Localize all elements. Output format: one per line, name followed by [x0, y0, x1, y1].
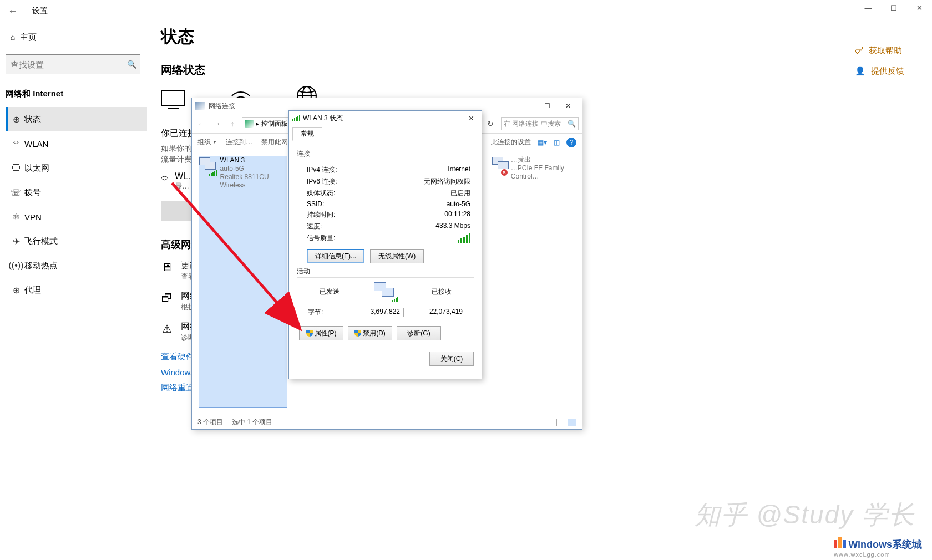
kv-key: SSID:: [307, 200, 324, 208]
dialog-title: WLAN 3 状态: [303, 114, 343, 123]
help-icon[interactable]: ?: [566, 138, 576, 147]
search-icon: 🔍: [123, 60, 140, 69]
home-link[interactable]: ⌂ 主页: [6, 28, 147, 47]
troubleshoot-icon: ⚠: [161, 321, 173, 335]
properties-button[interactable]: 属性(P): [299, 326, 343, 340]
signal-icon: [292, 115, 300, 121]
close-button[interactable]: 关闭(C): [429, 352, 474, 366]
nav-back-icon[interactable]: ←: [195, 119, 207, 128]
close-button[interactable]: ✕: [558, 102, 579, 110]
nav-up-icon[interactable]: ↑: [226, 119, 239, 128]
item-count: 3 个项目: [197, 418, 223, 427]
network-adapter-item[interactable]: ✕ …拔出 …PCIe FE Family Control…: [492, 156, 575, 408]
network-status-heading: 网络状态: [161, 63, 921, 78]
page-title: 状态: [161, 26, 921, 48]
sharing-icon: 🗗: [161, 291, 173, 304]
adapter-icon: 🖥: [161, 260, 173, 274]
airplane-icon: ✈: [8, 236, 24, 247]
kv-value: 00:11:28: [444, 210, 470, 220]
activity-icon: [374, 282, 397, 301]
group-activity: 活动: [297, 267, 474, 276]
sidebar-item-status[interactable]: ⊕ 状态: [6, 107, 147, 131]
dialup-icon: ☏: [8, 187, 24, 198]
view-tiles-icon[interactable]: [568, 419, 576, 426]
view-menu-icon[interactable]: ▦▾: [538, 139, 547, 146]
details-button[interactable]: 详细信息(E)...: [307, 249, 364, 263]
sidebar-item-ethernet[interactable]: 🖵 以太网: [6, 156, 147, 180]
window-icon: [195, 102, 205, 110]
adapter-ssid: auto-5G: [220, 165, 287, 173]
search-box[interactable]: 🔍: [6, 54, 140, 74]
nav-forward-icon[interactable]: →: [211, 119, 223, 128]
close-icon[interactable]: ✕: [464, 114, 478, 123]
sent-label: 已发送: [320, 287, 340, 297]
wireless-properties-button[interactable]: 无线属性(W): [370, 249, 424, 263]
maximize-button[interactable]: ☐: [881, 0, 906, 17]
search-icon: 🔍: [568, 120, 576, 128]
view-details-icon[interactable]: [556, 419, 565, 426]
search-placeholder: 在 网络连接 中搜索: [504, 119, 561, 129]
address-icon: [245, 120, 254, 128]
refresh-icon[interactable]: ↻: [483, 119, 498, 128]
tab-general[interactable]: 常规: [292, 127, 322, 141]
sidebar-item-label: 拨号: [24, 187, 41, 198]
back-button[interactable]: ←: [4, 6, 21, 17]
status-icon: ⊕: [8, 114, 24, 125]
sidebar-item-label: 状态: [24, 114, 41, 125]
adapter-device: …PCIe FE Family Control…: [511, 164, 575, 181]
kv-key: 持续时间:: [307, 210, 335, 220]
shield-icon: [306, 330, 313, 337]
sidebar-item-proxy[interactable]: ⊕ 代理: [6, 278, 147, 302]
sidebar-item-airplane[interactable]: ✈ 飞行模式: [6, 229, 147, 253]
kv-value: 433.3 Mbps: [435, 222, 470, 231]
sidebar-item-label: 以太网: [24, 163, 49, 174]
window-title: 设置: [32, 6, 48, 16]
bytes-recv-value: 22,073,419: [407, 308, 463, 317]
kv-key: IPv4 连接:: [307, 165, 337, 175]
maximize-button[interactable]: ☐: [536, 102, 558, 110]
explorer-search[interactable]: 在 网络连接 中搜索 🔍: [501, 117, 579, 130]
bytes-label: 字节:: [308, 308, 341, 317]
sidebar-item-label: 代理: [24, 285, 41, 296]
proxy-icon: ⊕: [8, 285, 24, 296]
preview-pane-icon[interactable]: ◫: [554, 139, 560, 146]
watermark-text: 知乎 @Study 学长: [695, 498, 915, 532]
organize-menu[interactable]: 组织▼: [197, 138, 217, 147]
breadcrumb-item[interactable]: 控制面板: [261, 119, 288, 129]
connection-settings-button[interactable]: 此连接的设置: [491, 138, 531, 147]
sidebar-item-vpn[interactable]: ⚛ VPN: [6, 205, 147, 229]
received-label: 已接收: [432, 287, 452, 297]
sidebar-item-hotspot[interactable]: ((•)) 移动热点: [6, 253, 147, 278]
sidebar: ⌂ 主页 🔍 网络和 Internet ⊕ 状态 ⌔ WLAN 🖵 以太网 ☏ …: [6, 28, 147, 302]
close-button[interactable]: ✕: [906, 0, 932, 17]
sidebar-section-header: 网络和 Internet: [6, 89, 147, 99]
breadcrumb-sep: ▸: [256, 120, 259, 128]
kv-value: Internet: [448, 165, 470, 175]
adapter-name: WLAN 3: [220, 156, 287, 165]
pc-icon: [161, 90, 185, 106]
minimize-button[interactable]: —: [515, 102, 536, 110]
sidebar-item-label: VPN: [24, 212, 42, 222]
connect-to-button[interactable]: 连接到…: [226, 138, 252, 147]
search-input[interactable]: [6, 60, 123, 69]
network-adapter-item[interactable]: WLAN 3 auto-5G Realtek 8811CU Wireless: [199, 156, 287, 408]
selection-count: 选中 1 个项目: [232, 418, 272, 427]
explorer-title: 网络连接: [209, 101, 235, 111]
wlan-icon: ⌔: [8, 139, 24, 149]
signal-bars-icon: [458, 233, 470, 243]
ethernet-icon: 🖵: [8, 163, 24, 173]
adapter-icon: ✕: [492, 156, 508, 176]
diagnose-button[interactable]: 诊断(G): [397, 326, 441, 340]
sidebar-item-label: 移动热点: [24, 261, 58, 271]
shield-icon: [354, 330, 361, 337]
adapter-device: Realtek 8811CU Wireless: [220, 173, 287, 190]
kv-key: IPv6 连接:: [307, 177, 337, 186]
sidebar-item-label: WLAN: [24, 139, 48, 149]
minimize-button[interactable]: —: [855, 0, 881, 17]
wlan-status-dialog: WLAN 3 状态 ✕ 常规 连接 IPv4 连接:Internet IPv6 …: [288, 110, 482, 379]
kv-value: 无网络访问权限: [424, 177, 470, 186]
wifi-icon: ⌔: [161, 171, 168, 187]
sidebar-item-wlan[interactable]: ⌔ WLAN: [6, 131, 147, 156]
disable-button[interactable]: 禁用(D): [348, 326, 392, 340]
sidebar-item-dialup[interactable]: ☏ 拨号: [6, 180, 147, 205]
